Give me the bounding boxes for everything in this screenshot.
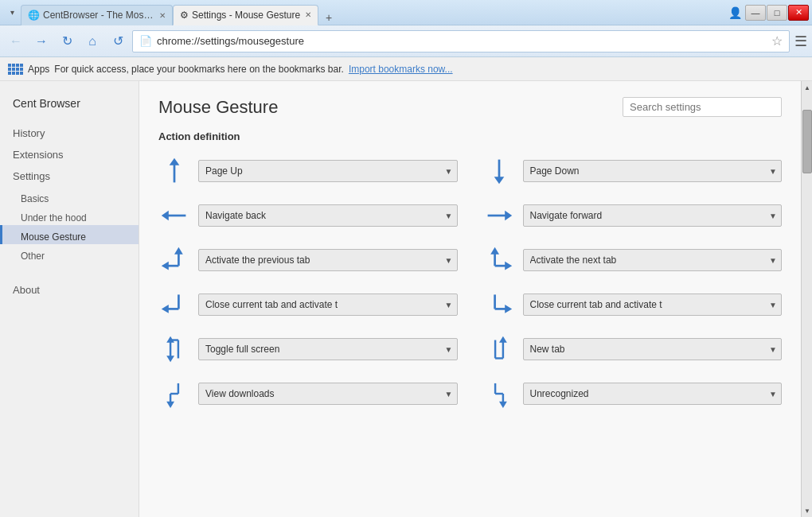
- gesture-icon-unrecognized: [483, 378, 515, 410]
- forward-button[interactable]: →: [30, 30, 53, 52]
- select-down-right[interactable]: Close current tab and activate tToggle f…: [523, 293, 783, 316]
- select-new-tab[interactable]: New tabToggle full screen: [523, 338, 783, 360]
- select-wrapper-view-downloads: View downloadsUnrecognized ▼: [198, 383, 458, 405]
- sidebar-item-settings[interactable]: Settings: [0, 165, 139, 187]
- content-header: Mouse Gesture: [158, 97, 782, 118]
- gesture-grid: Page UpPage DownNavigate backNavigate fo…: [158, 155, 782, 410]
- content-area: Mouse Gesture Action definition Page UpP…: [139, 81, 801, 517]
- select-toggle-fullscreen[interactable]: Toggle full screenPage Up: [198, 338, 458, 360]
- gesture-row-view-downloads: View downloadsUnrecognized ▼: [158, 378, 458, 410]
- bookmarks-bar: Apps For quick access, place your bookma…: [0, 57, 812, 81]
- title-bar-left: ▾: [3, 4, 21, 21]
- sidebar-item-under-the-hood[interactable]: Under the hood: [0, 206, 139, 225]
- tab-title-2: Settings - Mouse Gesture: [192, 10, 300, 21]
- gesture-row-right: Navigate forwardNavigate backPage Up ▼: [483, 200, 783, 231]
- gesture-icon-right: [483, 200, 515, 231]
- toolbar: ← → ↻ ⌂ ↺ 📄 ☆ ☰: [0, 25, 812, 57]
- tab-close-1[interactable]: ✕: [159, 11, 166, 20]
- back-button[interactable]: ←: [5, 30, 27, 52]
- select-up-right[interactable]: Activate the next tabActivate the previo…: [523, 249, 783, 271]
- avatar-button[interactable]: 👤: [725, 5, 744, 21]
- gesture-row-down-left: Close current tab and activate tToggle f…: [158, 289, 458, 321]
- scroll-up-button[interactable]: ▲: [802, 81, 812, 94]
- gesture-icon-up: [158, 155, 190, 187]
- select-right[interactable]: Navigate forwardNavigate backPage Up: [523, 204, 783, 227]
- gesture-row-unrecognized: UnrecognizedView downloads ▼: [483, 378, 783, 410]
- select-wrapper-down: Page DownPage UpNavigate back ▼: [523, 160, 783, 182]
- sidebar: Cent Browser History Extensions Settings…: [0, 81, 139, 517]
- sidebar-item-other[interactable]: Other: [0, 244, 139, 263]
- minimize-button[interactable]: —: [745, 5, 766, 21]
- svg-marker-15: [490, 247, 499, 255]
- sidebar-item-extensions[interactable]: Extensions: [0, 144, 139, 165]
- svg-marker-34: [166, 402, 174, 408]
- title-bar: ▾ 🌐 CentBrowser - The Most F ✕ ⚙ Setting…: [0, 0, 812, 25]
- search-input[interactable]: [630, 101, 775, 113]
- select-wrapper-down-right: Close current tab and activate tToggle f…: [523, 293, 783, 316]
- sidebar-item-about[interactable]: About: [0, 279, 139, 301]
- browser-menu-button[interactable]: ▾: [3, 4, 21, 21]
- sidebar-item-basics[interactable]: Basics: [0, 187, 139, 206]
- select-wrapper-new-tab: New tabToggle full screen ▼: [523, 338, 783, 360]
- tab-favicon-2: ⚙: [180, 10, 189, 21]
- apps-icon[interactable]: [8, 64, 23, 75]
- scrollbar-thumb[interactable]: [802, 110, 812, 173]
- gesture-icon-left: [158, 200, 190, 231]
- select-wrapper-unrecognized: UnrecognizedView downloads ▼: [523, 383, 783, 405]
- scrollbar: ▲ ▼: [801, 81, 812, 517]
- select-up-left[interactable]: Activate the previous tabActivate the ne…: [198, 249, 458, 271]
- svg-marker-7: [505, 211, 512, 221]
- svg-marker-3: [494, 177, 504, 184]
- reload-button[interactable]: ↻: [56, 30, 78, 52]
- home-button[interactable]: ⌂: [81, 30, 103, 52]
- sidebar-item-history[interactable]: History: [0, 122, 139, 144]
- page-title: Mouse Gesture: [158, 97, 278, 118]
- select-down[interactable]: Page DownPage UpNavigate back: [523, 160, 783, 182]
- main-menu-button[interactable]: ☰: [794, 33, 807, 50]
- svg-marker-38: [499, 402, 507, 408]
- gesture-row-down-up2: New tabToggle full screen ▼: [483, 333, 783, 365]
- star-button[interactable]: ☆: [771, 33, 783, 49]
- gesture-row-up: Page UpPage DownNavigate backNavigate fo…: [158, 155, 458, 187]
- page-icon: 📄: [139, 35, 152, 47]
- select-down-left[interactable]: Close current tab and activate tToggle f…: [198, 293, 458, 316]
- svg-marker-11: [174, 247, 183, 255]
- tab-centbrowser[interactable]: 🌐 CentBrowser - The Most F ✕: [21, 5, 173, 25]
- gesture-icon-down-right: [483, 289, 515, 321]
- gesture-row-up-down: Toggle full screenPage Up ▼: [158, 333, 458, 365]
- search-box: [623, 97, 782, 117]
- tab-settings[interactable]: ⚙ Settings - Mouse Gesture ✕: [173, 5, 318, 25]
- gesture-row-up-right: Activate the next tabActivate the previo…: [483, 244, 783, 276]
- maximize-button[interactable]: □: [767, 5, 787, 21]
- url-input[interactable]: [157, 35, 767, 47]
- scroll-down-button[interactable]: ▼: [802, 504, 812, 517]
- select-wrapper-right: Navigate forwardNavigate backPage Up ▼: [523, 204, 783, 227]
- gesture-row-down-right: Close current tab and activate tToggle f…: [483, 289, 783, 321]
- gesture-row-down: Page DownPage UpNavigate back ▼: [483, 155, 783, 187]
- gesture-icon-up-left: [158, 244, 190, 276]
- sidebar-item-mouse-gesture[interactable]: Mouse Gesture: [0, 225, 139, 244]
- select-unrecognized[interactable]: UnrecognizedView downloads: [523, 383, 783, 405]
- main-content: Cent Browser History Extensions Settings…: [0, 81, 812, 517]
- import-bookmarks-link[interactable]: Import bookmarks now...: [349, 64, 453, 75]
- gesture-icon-down: [483, 155, 515, 187]
- select-left[interactable]: Navigate backNavigate forwardPage Up: [198, 204, 458, 227]
- new-tab-button[interactable]: +: [318, 10, 339, 25]
- select-wrapper-up-left: Activate the previous tabActivate the ne…: [198, 249, 458, 271]
- select-wrapper-down-left: Close current tab and activate tToggle f…: [198, 293, 458, 316]
- gesture-icon-down-left: [158, 289, 190, 321]
- close-button[interactable]: ✕: [788, 5, 809, 21]
- select-view-downloads[interactable]: View downloadsUnrecognized: [198, 383, 458, 405]
- select-up[interactable]: Page UpPage DownNavigate backNavigate fo…: [198, 160, 458, 182]
- svg-marker-5: [162, 211, 169, 221]
- sidebar-brand: Cent Browser: [0, 97, 139, 122]
- tab-strip: 🌐 CentBrowser - The Most F ✕ ⚙ Settings …: [21, 0, 722, 25]
- section-title: Action definition: [158, 130, 782, 142]
- gesture-icon-up-down: [158, 333, 190, 365]
- history-button[interactable]: ↺: [107, 30, 129, 52]
- gesture-icon-view-downloads: [158, 378, 190, 410]
- address-bar: 📄 ☆: [132, 30, 790, 52]
- window-controls: 👤 — □ ✕: [725, 5, 809, 21]
- svg-marker-10: [162, 262, 169, 270]
- tab-close-2[interactable]: ✕: [305, 10, 311, 19]
